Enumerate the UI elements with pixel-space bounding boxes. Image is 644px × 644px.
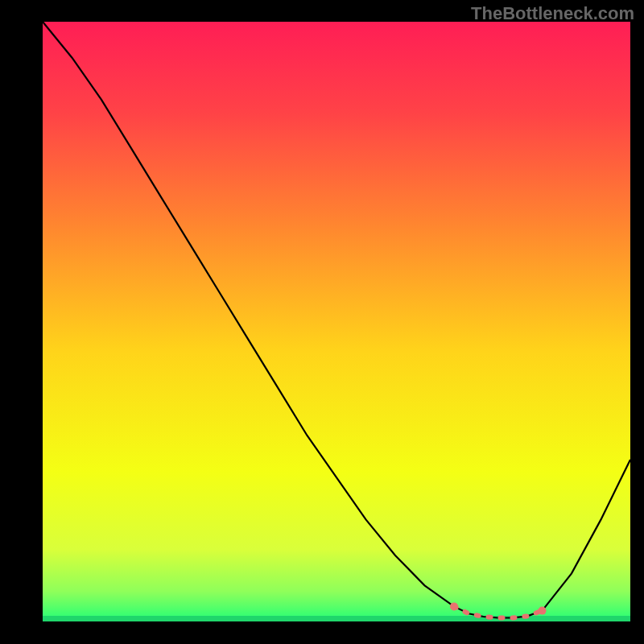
svg-point-0 [450,602,458,610]
bottleneck-chart: TheBottleneck.com [0,0,644,644]
chart-svg [0,0,644,644]
svg-point-1 [539,607,547,615]
watermark-text: TheBottleneck.com [471,3,634,24]
plot-background [43,22,630,621]
bottom-green-band [43,616,630,621]
